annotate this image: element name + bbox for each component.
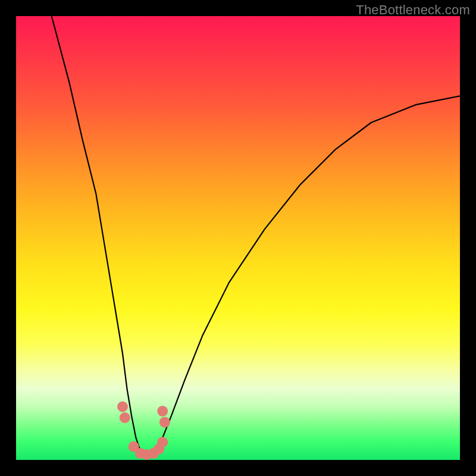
marker-dot (157, 406, 168, 416)
marker-group (117, 402, 170, 461)
marker-dot (157, 437, 168, 447)
bottleneck-curve (52, 16, 460, 456)
curve-svg (16, 16, 460, 460)
plot-area (16, 16, 460, 460)
marker-dot (117, 402, 128, 412)
outer-frame: TheBottleneck.com (0, 0, 476, 476)
marker-dot (159, 417, 170, 428)
marker-dot (120, 412, 130, 423)
